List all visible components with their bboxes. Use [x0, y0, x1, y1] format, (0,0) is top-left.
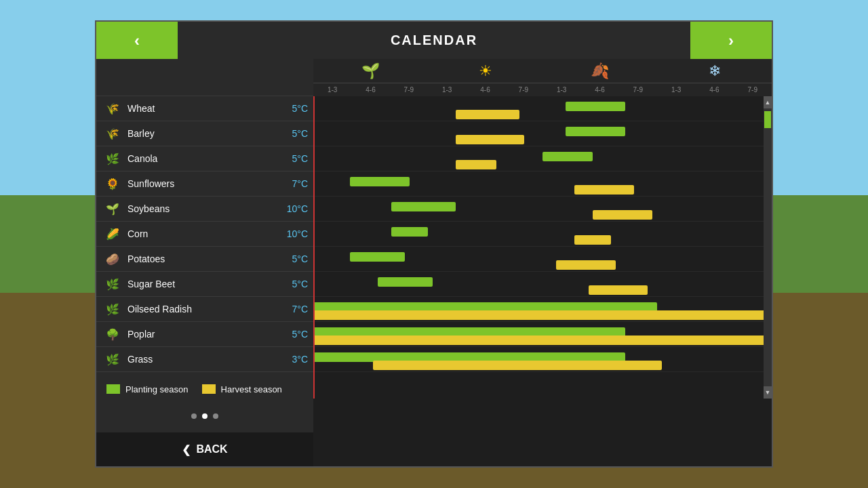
- crop-temp: 3°C: [279, 354, 313, 365]
- crop-row: 🌽 Corn 10°C: [96, 222, 313, 247]
- crop-name: Wheat: [127, 103, 279, 114]
- legend-harvest-color: [202, 384, 216, 394]
- crop-row: 🌾 Wheat 5°C: [96, 96, 313, 121]
- crops-list: 🌾 Wheat 5°C 🌾 Barley 5°C 🌿 Canola 5°C 🌻 …: [96, 59, 313, 466]
- month-1-3-fall: 1-3: [542, 83, 580, 96]
- planting-bar: [566, 127, 625, 136]
- month-1-3-spring: 1-3: [313, 83, 351, 96]
- crop-temp: 5°C: [279, 279, 313, 289]
- chart-data-row: [313, 121, 772, 146]
- crop-name: Corn: [127, 228, 279, 239]
- crop-name: Sugar Beet: [127, 279, 279, 289]
- main-panel: ‹ CALENDAR › 🌾 Wheat 5°C 🌾 Barley 5°C 🌿 …: [95, 20, 773, 468]
- chart-data-row: [313, 146, 772, 171]
- crop-temp: 7°C: [279, 178, 313, 189]
- month-1-3-summer: 1-3: [428, 83, 466, 96]
- crop-temp: 7°C: [279, 304, 313, 314]
- back-arrow-icon: ❮: [182, 443, 191, 456]
- planting-bar: [350, 252, 405, 262]
- crop-name: Canola: [127, 153, 279, 164]
- summer-icon: ☀: [479, 62, 492, 80]
- next-icon: ›: [728, 31, 734, 50]
- month-7-9-spring: 7-9: [390, 83, 428, 96]
- legend-planting: Planting season: [106, 384, 189, 394]
- crop-icon: 🌿: [103, 274, 122, 293]
- crop-temp: 10°C: [279, 228, 313, 239]
- crops-table: 🌾 Wheat 5°C 🌾 Barley 5°C 🌿 Canola 5°C 🌻 …: [96, 96, 313, 372]
- chart-data-row: [313, 197, 772, 222]
- crop-temp: 5°C: [279, 253, 313, 264]
- crop-row: 🌿 Oilseed Radish 7°C: [96, 297, 313, 322]
- crop-temp: 5°C: [279, 103, 313, 114]
- winter-icon: ❄: [709, 62, 721, 80]
- chart-data-row: [313, 347, 772, 372]
- chart-data-row: [313, 247, 772, 272]
- harvest-bar: [593, 210, 652, 220]
- dot-3[interactable]: [213, 413, 218, 419]
- crop-row: 🌿 Grass 3°C: [96, 347, 313, 372]
- back-button[interactable]: ❮ BACK: [96, 432, 313, 466]
- crop-name: Grass: [127, 354, 279, 365]
- prev-button[interactable]: ‹: [96, 22, 178, 59]
- crop-name: Soybeans: [127, 203, 279, 214]
- month-1-3-winter: 1-3: [657, 83, 695, 96]
- crop-icon: 🌾: [103, 124, 122, 143]
- chart-data-row: [313, 222, 772, 247]
- crop-icon: 🌻: [103, 174, 122, 193]
- month-7-9-fall: 7-9: [619, 83, 657, 96]
- crop-row: 🌻 Sunflowers 7°C: [96, 171, 313, 197]
- planting-bar: [378, 277, 433, 287]
- month-4-6-summer: 4-6: [466, 83, 504, 96]
- months-row: 1-3 4-6 7-9 1-3 4-6 7-9 1-3 4-6 7-9 1-3 …: [313, 83, 772, 96]
- next-button[interactable]: ›: [690, 22, 772, 59]
- planting-bar: [391, 227, 428, 237]
- harvest-bar: [313, 336, 772, 345]
- dot-1[interactable]: [191, 413, 197, 419]
- summer-block: ☀: [428, 62, 542, 80]
- chart-data-row: [313, 171, 772, 197]
- harvest-bar: [574, 185, 634, 195]
- crop-row: 🌿 Sugar Beet 5°C: [96, 272, 313, 297]
- harvest-bar: [589, 285, 648, 295]
- chart-data-row: [313, 322, 772, 347]
- harvest-bar: [456, 135, 524, 144]
- crop-name: Poplar: [127, 329, 279, 340]
- crop-temp: 10°C: [279, 203, 313, 214]
- dot-2[interactable]: [202, 413, 208, 419]
- fall-icon: 🍂: [591, 62, 609, 80]
- spring-icon: 🌱: [361, 62, 380, 80]
- month-4-6-fall: 4-6: [580, 83, 618, 96]
- planting-bar: [542, 152, 593, 161]
- crop-row: 🌿 Canola 5°C: [96, 146, 313, 171]
- scrollbar[interactable]: ▲ ▼: [764, 96, 772, 399]
- scroll-up[interactable]: ▲: [764, 96, 772, 108]
- harvest-bar: [456, 110, 520, 119]
- legend-harvest: Harvest season: [202, 384, 282, 394]
- legend-harvest-label: Harvest season: [221, 384, 282, 394]
- crop-temp: 5°C: [279, 128, 313, 139]
- legend-planting-label: Planting season: [125, 384, 189, 394]
- header: ‹ CALENDAR ›: [96, 22, 772, 59]
- scroll-down[interactable]: ▼: [764, 386, 772, 399]
- fall-block: 🍂: [542, 62, 657, 80]
- month-7-9-winter: 7-9: [734, 83, 772, 96]
- crop-icon: 🌳: [103, 325, 122, 344]
- back-label: BACK: [196, 443, 227, 455]
- scroll-thumb[interactable]: [764, 111, 771, 128]
- crop-icon: 🌿: [103, 300, 122, 319]
- chart-panel: 🌱 ☀ 🍂 ❄ 1-3 4-6 7-9 1-3: [313, 59, 772, 466]
- crop-row: 🥔 Potatoes 5°C: [96, 247, 313, 272]
- chart-data-row: [313, 297, 772, 322]
- winter-block: ❄: [657, 62, 772, 80]
- crop-icon: 🥔: [103, 249, 122, 268]
- crop-icon: 🌿: [103, 350, 122, 369]
- season-header: 🌱 ☀ 🍂 ❄ 1-3 4-6 7-9 1-3: [313, 59, 772, 96]
- crop-name: Sunflowers: [127, 178, 279, 189]
- crop-row: 🌱 Soybeans 10°C: [96, 197, 313, 222]
- harvest-bar: [556, 260, 616, 270]
- chart-data-row: [313, 272, 772, 297]
- planting-bar: [350, 177, 410, 186]
- month-4-6-spring: 4-6: [351, 83, 389, 96]
- harvest-bar: [456, 160, 497, 169]
- harvest-bar: [574, 235, 611, 245]
